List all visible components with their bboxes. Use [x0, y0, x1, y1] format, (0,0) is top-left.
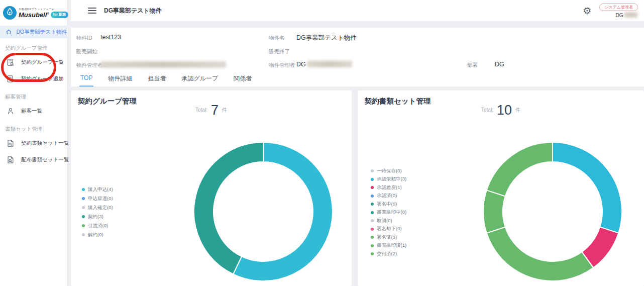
field-label-property-id: 物件ID	[76, 35, 92, 42]
sidebar-section-docsets: 書類セット管理	[0, 119, 67, 135]
legend-label: 交付済(2)	[377, 251, 397, 257]
legend-dot	[371, 244, 374, 247]
legend-item: 取消(0)	[371, 217, 406, 225]
redacted-manager-name	[307, 61, 352, 67]
list-search-icon	[7, 58, 15, 66]
donut-slice	[194, 142, 263, 274]
legend-dot	[82, 206, 85, 209]
field-label-property-name: 物件名	[269, 35, 285, 42]
legend-item: 承認差戻(1)	[371, 183, 406, 192]
sidebar-item-label: 顧客一覧	[21, 108, 42, 115]
sidebar-item-property[interactable]: DG事業部テスト物件	[0, 26, 67, 38]
legend-label: 引渡済(0)	[88, 223, 108, 229]
legend-dot	[371, 178, 374, 181]
legend-dot	[82, 215, 85, 218]
sidebar-item-label: DG事業部テスト物件	[17, 29, 67, 36]
top-bar: DG事業部テスト物件 ⚙ システム管理者 DG	[71, 0, 644, 21]
legend-label: 承認差戻(1)	[377, 184, 402, 191]
field-value-department: DG	[495, 61, 504, 68]
sidebar-item-contract-group-add[interactable]: 契約グループ追加	[0, 70, 67, 87]
field-label-manager: 物件管理者	[269, 62, 295, 69]
sidebar-item-customer-list[interactable]: 顧客一覧	[0, 103, 67, 119]
user-name: DG	[615, 12, 638, 18]
tab-top[interactable]: TOP	[79, 72, 93, 87]
legend-dot	[371, 211, 374, 214]
legend-label: 一時保存(0)	[377, 168, 402, 174]
legend-dot	[371, 169, 374, 172]
legend-item: 引渡済(0)	[82, 221, 113, 230]
sidebar-item-contract-docset-list[interactable]: 契約書類セット一覧	[0, 135, 67, 151]
legend-label: 解約(0)	[88, 232, 103, 238]
legend-dot	[82, 224, 85, 227]
legend-dot	[371, 203, 374, 206]
person-icon	[7, 107, 15, 115]
legend-item: 署名却下(0)	[371, 225, 406, 234]
home-icon	[6, 28, 12, 36]
donut-slice	[487, 142, 553, 196]
legend-dot	[371, 219, 374, 222]
sidebar-section-contract-groups: 契約グループ管理	[0, 38, 67, 54]
sidebar-item-distribution-docset-list[interactable]: 配布書類セット一覧	[0, 151, 67, 168]
field-value-property-id: test123	[100, 34, 121, 41]
sidebar-section-customers: 顧客管理	[0, 87, 67, 103]
contract-docset-chart-card: 契約書類セット管理 Total:10件 一時保存(0)承認依頼中(3)承認差戻(…	[358, 90, 644, 286]
hamburger-menu-icon[interactable]	[88, 8, 96, 14]
redacted-manager-id	[100, 61, 226, 68]
donut-chart	[482, 141, 623, 282]
sidebar: 不動産DXプラットフォーム Musubell® for 新築 DG事業部テスト物…	[0, 0, 67, 286]
legend-dot	[82, 233, 85, 236]
legend-item: 購入申込(4)	[82, 185, 113, 194]
sidebar-item-contract-group-list[interactable]: 契約グループ一覧	[0, 54, 67, 70]
donut-slice	[483, 190, 505, 233]
user-block[interactable]: システム管理者 DG	[599, 4, 639, 18]
legend-dot	[82, 188, 85, 191]
sidebar-item-label: 契約グループ追加	[21, 75, 64, 82]
legend-item: 書面捺印済(1)	[371, 242, 406, 250]
legend-dot	[371, 252, 374, 255]
legend-label: 申込辞退(0)	[88, 196, 113, 202]
legend-item: 署名済(3)	[371, 233, 406, 242]
chart-legend: 購入申込(4)申込辞退(0)購入確定(0)契約(3)引渡済(0)解約(0)	[82, 185, 113, 239]
redacted-user-name	[624, 12, 638, 18]
legend-label: 購入申込(4)	[88, 186, 113, 193]
legend-dot	[82, 197, 85, 200]
legend-item: 交付済(2)	[371, 250, 406, 258]
musubell-pen-icon	[3, 6, 17, 20]
legend-dot	[371, 186, 374, 189]
legend-item: 承認依頼中(3)	[371, 175, 406, 184]
brand-badge: for 新築	[51, 12, 68, 18]
tab-property-detail[interactable]: 物件詳細	[107, 72, 133, 87]
sidebar-item-label: 契約グループ一覧	[21, 59, 64, 66]
field-value-property-name: DG事業部テスト物件	[296, 34, 357, 42]
legend-label: 書面捺印済(1)	[377, 242, 406, 249]
settings-gear-icon[interactable]: ⚙	[583, 6, 591, 16]
legend-label: 署名却下(0)	[377, 226, 402, 232]
donut-slice	[553, 142, 622, 233]
doc-search-icon	[7, 156, 15, 164]
tab-related[interactable]: 関係者	[233, 72, 253, 87]
legend-label: 署名済(3)	[377, 234, 397, 241]
brand-platform-label: 不動産DXプラットフォーム	[19, 8, 68, 11]
tab-bar: TOP 物件詳細 担当者 承認グループ 関係者	[71, 72, 644, 86]
legend-item: 購入確定(0)	[82, 203, 113, 212]
page-title: DG事業部テスト物件	[104, 7, 162, 15]
legend-label: 購入確定(0)	[88, 205, 113, 211]
field-value-manager: DG	[296, 61, 352, 68]
tab-approval-group[interactable]: 承認グループ	[180, 72, 219, 87]
field-label-sales-end: 販売終了	[269, 48, 290, 55]
legend-item: 一時保存(0)	[371, 167, 406, 175]
legend-label: 承認依頼中(3)	[377, 176, 406, 182]
donut-slice	[487, 227, 593, 281]
doc-search-icon	[7, 139, 15, 147]
total-number: 7	[211, 103, 219, 118]
tab-staff[interactable]: 担当者	[147, 72, 167, 87]
legend-item: 承認済(0)	[371, 192, 406, 201]
field-label-sales-start: 販売開始	[76, 48, 97, 55]
total-number: 10	[497, 103, 512, 118]
legend-label: 書面捺印中(0)	[377, 209, 406, 216]
legend-dot	[371, 236, 374, 239]
chart-total: Total:7件	[71, 103, 352, 118]
legend-label: 署名中(0)	[377, 201, 397, 208]
legend-item: 申込辞退(0)	[82, 194, 113, 203]
field-label-department: 部署	[467, 62, 478, 69]
